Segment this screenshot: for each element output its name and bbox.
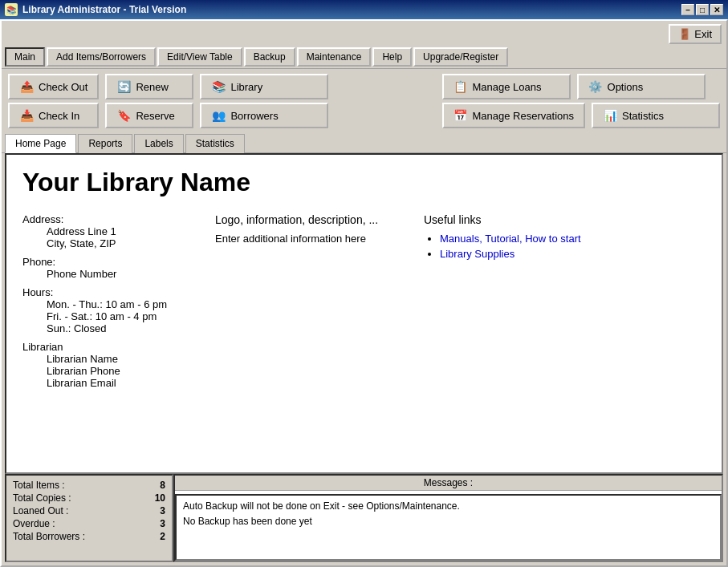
total-items-value: 8 (149, 480, 165, 491)
messages-header: Messages : (175, 476, 722, 491)
useful-links-list: Manuals, Tutorial, How to start Library … (424, 233, 584, 260)
menu-tab-help[interactable]: Help (372, 47, 412, 67)
link-supplies[interactable]: Library Supplies (440, 248, 514, 260)
menu-tab-backup[interactable]: Backup (244, 47, 295, 67)
manage-reservations-label: Manage Reservations (473, 110, 574, 122)
minimize-button[interactable]: – (681, 4, 694, 15)
borrowers-icon: 👥 (211, 108, 226, 123)
library-button[interactable]: 📚 Library (200, 74, 328, 99)
content-scroll[interactable]: Your Library Name Address: Address Line … (6, 155, 722, 472)
total-copies-label: Total Copies : (13, 492, 71, 504)
toolbar: 📤 Check Out 📥 Check In 🔄 Renew 🔖 Reserve… (2, 69, 726, 133)
exit-label: Exit (694, 28, 712, 40)
col-left: Address: Address Line 1 City, State, ZIP… (22, 213, 183, 395)
stat-row-items: Total Items : 8 (13, 479, 165, 492)
menu-tab-maintenance[interactable]: Maintenance (297, 47, 372, 67)
stats-panel: Total Items : 8 Total Copies : 10 Loaned… (5, 474, 173, 562)
app-icon: 📚 (5, 3, 18, 16)
messages-panel: Auto Backup will not be done on Exit - s… (175, 494, 722, 561)
checkout-button[interactable]: 📤 Check Out (8, 74, 99, 99)
librarian-email: Librarian Email (47, 377, 116, 389)
menu-tab-main[interactable]: Main (5, 47, 45, 67)
menu-tab-edit-view[interactable]: Edit/View Table (157, 47, 242, 67)
app-title: Library Administrator - Trial Version (22, 4, 681, 15)
stat-row-borrowers: Total Borrowers : 2 (13, 530, 165, 543)
statistics-label: Statistics (622, 110, 664, 122)
total-borrowers-value: 2 (149, 531, 165, 542)
address-line2: City, State, ZIP (47, 237, 116, 249)
phone-label: Phone: (22, 256, 55, 268)
total-items-label: Total Items : (13, 480, 65, 491)
sub-tab-labels[interactable]: Labels (134, 134, 183, 153)
manage-loans-icon: 📋 (453, 79, 468, 94)
toolbar-group-library: 📚 Library 👥 Borrowers (200, 74, 328, 128)
hours-mon-thu: Mon. - Thu.: 10 am - 6 pm (47, 298, 167, 310)
sub-tab-reports[interactable]: Reports (78, 134, 132, 153)
window-controls: – □ ✕ (681, 4, 723, 15)
total-copies-value: 10 (149, 492, 165, 504)
sub-tab-home-page[interactable]: Home Page (5, 134, 76, 153)
col-middle: Logo, information, description, ... Ente… (215, 213, 392, 395)
list-item-manuals: Manuals, Tutorial, How to start (440, 233, 584, 245)
options-button[interactable]: ⚙️ Options (577, 74, 706, 99)
menu-bar: Main Add Items/Borrowers Edit/View Table… (2, 46, 726, 69)
manage-loans-button[interactable]: 📋 Manage Loans (442, 74, 571, 99)
phone-value: Phone Number (47, 268, 116, 280)
toolbar-group-left: 📤 Check Out 📥 Check In (8, 74, 99, 128)
renew-icon: 🔄 (116, 79, 131, 94)
options-icon: ⚙️ (588, 79, 603, 94)
exit-area: 🚪 Exit (2, 21, 726, 46)
loaned-out-label: Loaned Out : (13, 505, 68, 516)
librarian-section: Librarian Librarian Name Librarian Phone… (22, 341, 183, 389)
checkin-label: Check In (39, 110, 79, 122)
address-label: Address: (22, 213, 63, 225)
title-bar: 📚 Library Administrator - Trial Version … (0, 0, 728, 19)
menu-tab-upgrade[interactable]: Upgrade/Register (413, 47, 508, 67)
reserve-icon: 🔖 (116, 108, 131, 123)
toolbar-group-right: 📋 Manage Loans ⚙️ Options 📅 Manage Reser… (442, 74, 720, 128)
checkin-button[interactable]: 📥 Check In (8, 103, 99, 128)
message-line-1: Auto Backup will not be done on Exit - s… (183, 499, 714, 514)
logo-text: Logo, information, description, ... (215, 213, 392, 226)
reserve-label: Reserve (136, 110, 174, 122)
content-columns: Address: Address Line 1 City, State, ZIP… (22, 213, 706, 395)
manage-reservations-button[interactable]: 📅 Manage Reservations (442, 103, 585, 128)
restore-button[interactable]: □ (696, 4, 709, 15)
borrowers-button[interactable]: 👥 Borrowers (200, 103, 328, 128)
menu-tab-add-items[interactable]: Add Items/Borrowers (47, 47, 156, 67)
librarian-phone: Librarian Phone (47, 365, 120, 377)
statistics-button[interactable]: 📊 Statistics (592, 103, 720, 128)
library-icon: 📚 (211, 79, 226, 94)
librarian-name: Librarian Name (47, 353, 118, 365)
address-line1: Address Line 1 (47, 225, 116, 237)
stat-row-loaned: Loaned Out : 3 (13, 504, 165, 517)
list-item-supplies: Library Supplies (440, 248, 584, 260)
borrowers-label: Borrowers (230, 110, 278, 122)
hours-section: Hours: Mon. - Thu.: 10 am - 6 pm Fri. - … (22, 286, 183, 334)
address-section: Address: Address Line 1 City, State, ZIP (22, 213, 183, 249)
renew-button[interactable]: 🔄 Renew (105, 74, 193, 99)
reserve-button[interactable]: 🔖 Reserve (105, 103, 193, 128)
useful-links-title: Useful links (424, 213, 584, 226)
additional-info: Enter additional information here (215, 233, 392, 245)
main-window: 🚪 Exit Main Add Items/Borrowers Edit/Vie… (0, 19, 728, 567)
statistics-icon: 📊 (603, 108, 617, 123)
checkout-label: Check Out (39, 81, 87, 93)
overdue-value: 3 (149, 518, 165, 529)
overdue-label: Overdue : (13, 518, 55, 529)
hours-label: Hours: (22, 286, 53, 298)
hours-fri-sat: Fri. - Sat.: 10 am - 4 pm (47, 310, 157, 322)
bottom-row: Total Items : 8 Total Copies : 10 Loaned… (5, 474, 723, 562)
exit-button[interactable]: 🚪 Exit (669, 24, 722, 44)
options-label: Options (608, 81, 644, 93)
sub-tabs: Home Page Reports Labels Statistics (2, 133, 726, 153)
close-button[interactable]: ✕ (710, 4, 723, 15)
stat-row-overdue: Overdue : 3 (13, 517, 165, 530)
sub-tab-statistics[interactable]: Statistics (185, 134, 245, 153)
phone-section: Phone: Phone Number (22, 256, 183, 280)
manage-loans-label: Manage Loans (473, 81, 542, 93)
library-name: Your Library Name (22, 168, 706, 197)
total-borrowers-label: Total Borrowers : (13, 531, 85, 542)
messages-label: Messages : (424, 477, 473, 488)
link-manuals[interactable]: Manuals, Tutorial, How to start (440, 233, 581, 245)
